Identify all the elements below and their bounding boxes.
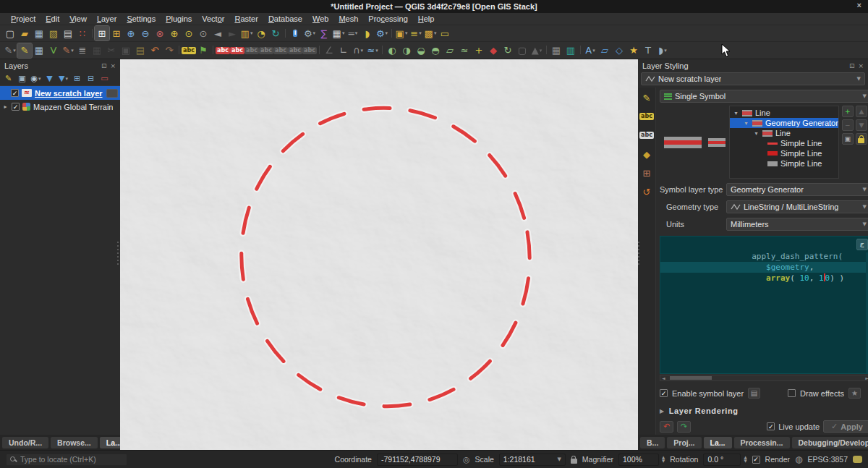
renderer-combo[interactable]: Single Symbol ▼ xyxy=(660,90,868,103)
float-panel-icon[interactable]: ⊡ xyxy=(849,62,855,69)
delete-part-icon[interactable]: ◒ xyxy=(414,43,428,58)
tab-browser[interactable]: Browse... xyxy=(51,437,98,448)
pin-labels-icon[interactable]: abc xyxy=(216,43,230,58)
zoom-out-icon[interactable]: ⊖ xyxy=(138,26,153,41)
expand-layer-icon[interactable]: ▸ xyxy=(2,103,9,110)
redo-icon[interactable]: ↷ xyxy=(162,43,176,58)
rotation-spinner[interactable]: ▲▼ xyxy=(744,456,746,463)
new-print-layout-icon[interactable]: ▤ xyxy=(61,26,75,41)
symbology-tab-icon[interactable]: ✎ xyxy=(641,92,652,103)
copy-features-icon[interactable]: ▣ xyxy=(119,43,133,58)
callouts-tab-icon[interactable]: abc xyxy=(639,129,654,141)
draw-effects-checkbox[interactable] xyxy=(788,389,796,397)
split-features-icon[interactable]: + xyxy=(472,43,486,58)
apply-button[interactable]: ✓ Apply xyxy=(823,420,868,433)
menu-layer[interactable]: Layer xyxy=(92,14,122,24)
open-attribute-table-icon[interactable]: ▦ ▾ xyxy=(331,26,346,41)
annotation-marker-icon[interactable]: ★ xyxy=(626,43,641,58)
coordinate-input[interactable] xyxy=(377,454,458,466)
manage-themes-icon[interactable]: ◉ ▾ xyxy=(30,72,42,85)
duplicate-symbol-layer-button[interactable]: ▣ xyxy=(842,133,854,145)
left-splitter-handle[interactable] xyxy=(116,242,119,266)
zoom-options-icon[interactable]: ⚙ ▾ xyxy=(375,26,389,41)
tab-layer-styling[interactable]: La... xyxy=(704,437,732,448)
magnifier-spinner[interactable]: ▲▼ xyxy=(662,456,665,463)
move-feature-icon[interactable]: ◐ xyxy=(385,43,399,58)
rotate-feature-icon[interactable]: ↻ xyxy=(501,43,515,58)
toggle-editing-icon[interactable]: ✎ xyxy=(17,43,32,58)
open-project-icon[interactable]: ▰ xyxy=(17,26,32,41)
lock-scale-icon[interactable] xyxy=(571,459,577,464)
menu-vector[interactable]: Vector xyxy=(197,14,229,24)
run-feature-action-icon[interactable]: ⚙ ▾ xyxy=(302,26,317,41)
zoom-in-icon[interactable]: ⊕ xyxy=(124,26,138,41)
symbol-node-geometry-generator[interactable]: ▾ Geometry Generator xyxy=(730,118,838,128)
zoom-native-icon[interactable]: ⊗ xyxy=(153,26,167,41)
labels-tab-icon[interactable]: abc xyxy=(639,111,654,122)
curved-label-icon[interactable]: abc xyxy=(288,43,302,58)
float-panel-icon[interactable]: ⊡ xyxy=(101,62,107,69)
new-temporary-layer-icon[interactable]: ▭ xyxy=(438,26,452,41)
crs-globe-icon[interactable]: ◍ xyxy=(795,455,802,464)
zoom-to-layer-icon[interactable]: ⊙ xyxy=(196,26,210,41)
map-canvas[interactable] xyxy=(120,59,638,450)
label-properties-icon[interactable]: abc xyxy=(302,43,317,58)
locate-input[interactable] xyxy=(6,454,127,466)
save-project-as-icon[interactable]: ▧ xyxy=(46,26,61,41)
filter-legend-icon[interactable]: ▼ xyxy=(43,72,56,85)
toggle-extents-icon[interactable]: ◎ xyxy=(463,456,470,464)
symbol-node-simple-line-3[interactable]: Simple Line xyxy=(730,158,838,169)
new-map-view-icon[interactable]: ▥ ▾ xyxy=(239,26,254,41)
layer-selector-combo[interactable]: New scratch layer ▼ xyxy=(641,72,865,85)
scroll-right-icon[interactable]: ► xyxy=(864,375,868,380)
layer-row-mapzen-global-terrain[interactable]: ▸ ✓ Mapzen Global Terrain xyxy=(0,100,120,114)
fill-ring-icon[interactable]: ▲ ▾ xyxy=(529,43,544,58)
redo-style-button[interactable]: ↷ xyxy=(677,421,691,433)
delete-selected-icon[interactable]: ▦ xyxy=(90,43,104,58)
expand-all-icon[interactable]: ⊞ xyxy=(71,72,83,85)
decorations-icon[interactable]: ▥ xyxy=(563,43,578,58)
paste-features-icon[interactable]: ▤ xyxy=(133,43,148,58)
move-label-icon[interactable]: abc xyxy=(244,43,259,58)
label-toolbar-icon[interactable]: abc xyxy=(182,43,196,58)
tab-debugging[interactable]: Debugging/Develop... xyxy=(792,437,868,448)
zoom-to-selection-icon[interactable]: ⊙ xyxy=(182,26,196,41)
statistical-summary-icon[interactable]: ∑ xyxy=(317,26,331,41)
menu-settings[interactable]: Settings xyxy=(122,14,161,24)
rotation-input[interactable] xyxy=(703,454,741,466)
symbol-node-simple-line-1[interactable]: Simple Line xyxy=(730,138,838,148)
filter-expression-icon[interactable]: ▼ ▾ xyxy=(57,72,69,85)
checkerboard-icon[interactable]: ▦ xyxy=(549,43,563,58)
diagrams-tab-icon[interactable]: ⊞ xyxy=(641,167,652,179)
symbol-node-simple-line-2[interactable]: Simple Line xyxy=(730,148,838,158)
move-up-button[interactable]: ▲ xyxy=(856,106,867,117)
scale-combo[interactable]: 1:218161 ▼ xyxy=(499,454,566,466)
expression-editor[interactable]: ε apply_dash_pattern( $geometry, xyxy=(660,236,868,374)
deselect-features-icon[interactable]: ▩ ▾ xyxy=(423,26,438,41)
temporal-controller-icon[interactable]: ◔ xyxy=(254,26,268,41)
cut-features-icon[interactable]: ✂ xyxy=(104,43,119,58)
annotation-polygon-icon[interactable]: ◇ xyxy=(612,43,626,58)
live-update-checkbox[interactable]: ✓ xyxy=(767,422,775,430)
merge-features-icon[interactable]: ◆ xyxy=(486,43,501,58)
menu-raster[interactable]: Raster xyxy=(229,14,263,24)
highlight-labels-icon[interactable]: abc xyxy=(230,43,244,58)
close-panel-icon[interactable]: × xyxy=(110,62,116,69)
change-label-icon[interactable]: abc xyxy=(273,43,288,58)
symbol-node-line-sub[interactable]: ▾ Line xyxy=(730,128,838,138)
history-tab-icon[interactable]: ↺ xyxy=(641,186,652,197)
scroll-left-icon[interactable]: ◄ xyxy=(660,375,667,380)
layer-row-new-scratch-layer[interactable]: ✓ ≈ New scratch layer xyxy=(0,86,120,100)
measure-icon[interactable]: ═ ▾ xyxy=(346,26,360,41)
enable-symbol-layer-checkbox[interactable]: ✓ xyxy=(660,389,668,397)
zoom-next-icon[interactable]: ► xyxy=(225,26,239,41)
remove-symbol-layer-button[interactable]: − xyxy=(842,119,854,131)
annotation-callout-icon[interactable]: ◗ ▾ xyxy=(655,43,670,58)
refresh-map-icon[interactable]: ↻ xyxy=(268,26,283,41)
multiedit-icon[interactable]: ≣ xyxy=(75,43,90,58)
layer-visibility-checkbox[interactable]: ✓ xyxy=(12,103,20,111)
editor-horizontal-scrollbar[interactable]: ◄ ► xyxy=(660,375,868,381)
tab-browser-right[interactable]: B... xyxy=(640,437,665,448)
annotation-text-icon[interactable]: A ▾ xyxy=(583,43,597,58)
pan-to-selection-icon[interactable]: ⊞ xyxy=(109,26,124,41)
